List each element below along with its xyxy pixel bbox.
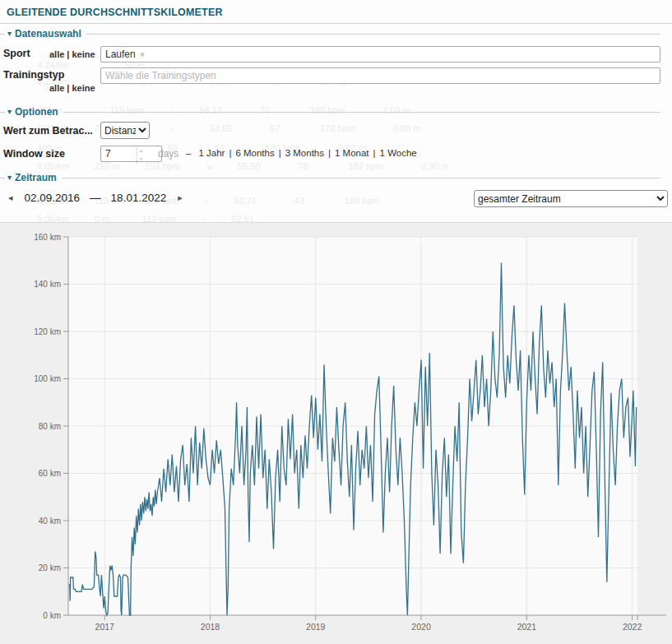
dash-separator: –	[186, 148, 191, 158]
sport-input[interactable]: Laufen ×	[100, 46, 660, 63]
range-link-1-jahr[interactable]: 1 Jahr	[198, 148, 225, 158]
wert-select[interactable]: Distanz	[100, 122, 150, 139]
pipe-separator: |	[229, 148, 231, 158]
svg-text:2019: 2019	[306, 622, 326, 632]
section-header-zeitraum[interactable]: ▾ Zeitraum	[0, 171, 660, 184]
section-label-datenauswahl: Datenauswahl	[15, 28, 81, 39]
section-rule	[0, 178, 5, 178]
trainingstyp-input[interactable]: Wähle die Trainingstypen	[100, 67, 660, 84]
svg-text:140 km: 140 km	[34, 280, 61, 289]
page-title: GLEITENDE DURCHSCHNITTSKILOMETER	[7, 7, 223, 18]
trainingstyp-placeholder: Wähle die Trainingstypen	[105, 70, 216, 81]
trainingstyp-all-link[interactable]: alle	[49, 83, 64, 93]
pipe-separator: |	[67, 83, 69, 93]
spinner-up-icon[interactable]: ▲	[139, 149, 143, 153]
svg-text:80 km: 80 km	[39, 422, 61, 431]
section-rule	[86, 34, 660, 35]
pipe-separator: |	[67, 49, 69, 59]
ghost-row: 6:21/km 207 m ↓ 53,65 57 178 bpm 0,89 m	[37, 123, 420, 133]
collapse-triangle-icon[interactable]: ▾	[7, 30, 12, 38]
collapse-triangle-icon[interactable]: ▾	[7, 108, 12, 116]
svg-text:120 km: 120 km	[34, 327, 61, 336]
controls-panel: 4:24/km 50 m4:29/km 120 bpm ↑ 65,76 0,1 …	[0, 0, 672, 222]
range-link-6-months[interactable]: 6 Months	[235, 148, 274, 158]
date-range-end: 18.01.2022	[111, 192, 167, 204]
date-range-row: ◂ 02.09.2016 — 18.01.2022 ▸	[7, 192, 184, 204]
section-label-zeitraum: Zeitraum	[15, 172, 57, 183]
section-rule	[62, 178, 660, 178]
section-rule	[0, 34, 5, 35]
svg-text:40 km: 40 km	[39, 517, 61, 526]
range-link-1-monat[interactable]: 1 Monat	[335, 148, 369, 158]
sport-tag-label: Laufen	[105, 49, 136, 60]
svg-text:2021: 2021	[517, 622, 537, 632]
wert-label: Wert zum Betrac...	[3, 125, 93, 137]
prev-period-icon[interactable]: ◂	[7, 192, 15, 203]
svg-text:0 km: 0 km	[43, 611, 61, 620]
section-rule	[0, 112, 5, 113]
chart-area: 0 km20 km40 km60 km80 km100 km120 km140 …	[0, 222, 672, 644]
range-link-1-woche[interactable]: 1 Woche	[380, 148, 417, 158]
section-label-optionen: Optionen	[15, 106, 58, 118]
pipe-separator: |	[279, 148, 281, 158]
date-range-start: 02.09.2016	[25, 192, 81, 204]
collapse-triangle-icon[interactable]: ▾	[7, 174, 12, 182]
sport-tag: Laufen ×	[105, 49, 145, 60]
pipe-separator: |	[373, 148, 376, 158]
date-range-separator: —	[90, 192, 101, 204]
zeitraum-preset-select[interactable]: gesamter Zeitraum	[474, 190, 668, 207]
svg-text:2022: 2022	[623, 622, 642, 632]
section-rule	[63, 112, 660, 113]
svg-text:20 km: 20 km	[39, 563, 61, 572]
trainingstyp-select-all-none: alle|keine	[49, 83, 95, 93]
section-header-datenauswahl[interactable]: ▾ Datenauswahl	[0, 27, 660, 40]
panel-title-bar: GLEITENDE DURCHSCHNITTSKILOMETER	[0, 0, 672, 24]
sport-label: Sport	[3, 48, 30, 59]
next-period-icon[interactable]: ▸	[176, 192, 184, 203]
spinner-down-icon[interactable]: ▼	[139, 157, 143, 161]
window-quick-ranges: – 1 Jahr | 6 Months | 3 Months | 1 Monat…	[186, 148, 417, 158]
pipe-separator: |	[328, 148, 331, 158]
svg-text:2020: 2020	[411, 622, 431, 632]
window-size-label: Window size	[3, 148, 65, 160]
svg-text:160 km: 160 km	[34, 233, 61, 242]
window-unit-label: days	[158, 148, 178, 160]
number-spinner[interactable]: ▲▼	[137, 147, 145, 163]
sport-none-link[interactable]: keine	[72, 49, 95, 59]
svg-text:2018: 2018	[201, 622, 220, 632]
sport-select-all-none: alle|keine	[49, 49, 95, 59]
sport-tag-remove-icon[interactable]: ×	[140, 49, 145, 59]
trainingstyp-label: Trainingstyp	[3, 69, 64, 81]
trainingstyp-none-link[interactable]: keine	[72, 83, 95, 93]
window-size-input[interactable]	[100, 146, 162, 162]
svg-text:2017: 2017	[95, 622, 115, 632]
range-link-3-months[interactable]: 3 Months	[285, 148, 324, 158]
svg-text:100 km: 100 km	[34, 374, 61, 383]
moving-average-line-chart[interactable]: 0 km20 km40 km60 km80 km100 km120 km140 …	[0, 223, 672, 644]
svg-text:60 km: 60 km	[39, 469, 61, 478]
section-header-optionen[interactable]: ▾ Optionen	[0, 105, 660, 118]
sport-all-link[interactable]: alle	[49, 49, 64, 59]
